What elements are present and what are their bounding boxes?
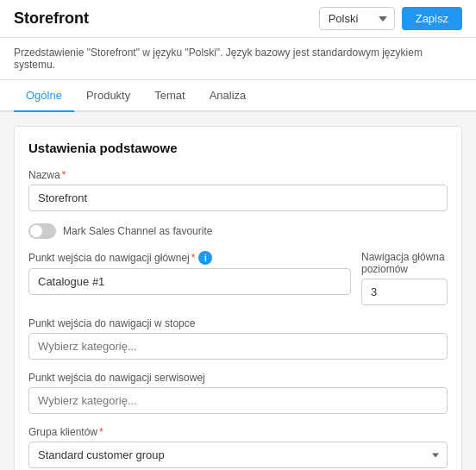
nav-levels-label: Nawigacja główna poziomów <box>361 251 448 275</box>
save-button[interactable]: Zapisz <box>402 7 462 30</box>
favourite-toggle[interactable] <box>28 223 56 239</box>
language-select[interactable]: Polski English Deutsch <box>319 7 395 30</box>
header: Storefront Polski English Deutsch Zapisz <box>0 0 476 38</box>
nav-main-label: Punkt wejścia do nawigacji głównej* <box>28 252 195 264</box>
customer-group-group: Grupa klientów* Standard customer group <box>28 426 448 468</box>
nav-main-input[interactable] <box>28 268 351 295</box>
nav-levels-group: Nawigacja główna poziomów <box>361 251 448 305</box>
nav-levels-input[interactable] <box>361 279 448 305</box>
favourite-toggle-label: Mark Sales Channel as favourite <box>63 225 212 237</box>
name-input[interactable] <box>28 185 448 211</box>
nav-footer-input[interactable] <box>28 333 448 360</box>
main-content: Ustawienia podstawowe Nazwa* Mark Sales … <box>0 112 476 470</box>
header-actions: Polski English Deutsch Zapisz <box>319 7 462 30</box>
tab-ogolne[interactable]: Ogólne <box>14 80 74 112</box>
nav-service-label: Punkt wejścia do nawigacji serwisowej <box>28 372 448 384</box>
nav-main-label-row: Punkt wejścia do nawigacji głównej* i <box>28 251 351 265</box>
tab-produkty[interactable]: Produkty <box>74 80 142 112</box>
nav-main-info-icon[interactable]: i <box>198 251 212 265</box>
name-group: Nazwa* <box>28 169 448 211</box>
name-label: Nazwa* <box>28 169 448 181</box>
nav-main-group: Punkt wejścia do nawigacji głównej* i <box>28 251 351 305</box>
customer-group-select-wrapper: Standard customer group <box>28 442 448 468</box>
settings-card: Ustawienia podstawowe Nazwa* Mark Sales … <box>14 126 462 470</box>
favourite-toggle-row: Mark Sales Channel as favourite <box>28 223 448 239</box>
info-text: Przedstawienie "Storefront" w języku "Po… <box>14 47 423 71</box>
tabs-bar: Ogólne Produkty Temat Analiza <box>0 80 476 112</box>
card-title: Ustawienia podstawowe <box>28 141 448 155</box>
tab-analiza[interactable]: Analiza <box>197 80 259 112</box>
nav-service-input[interactable] <box>28 387 448 414</box>
page-title: Storefront <box>14 9 89 28</box>
nav-footer-label: Punkt wejścia do nawigacji w stopce <box>28 317 448 329</box>
info-bar: Przedstawienie "Storefront" w języku "Po… <box>0 38 476 80</box>
tab-temat[interactable]: Temat <box>142 80 197 112</box>
nav-main-row: Punkt wejścia do nawigacji głównej* i Na… <box>28 251 448 305</box>
customer-group-label: Grupa klientów* <box>28 426 448 438</box>
nav-footer-group: Punkt wejścia do nawigacji w stopce <box>28 317 448 360</box>
customer-group-select[interactable]: Standard customer group <box>28 442 448 468</box>
nav-service-group: Punkt wejścia do nawigacji serwisowej <box>28 372 448 414</box>
